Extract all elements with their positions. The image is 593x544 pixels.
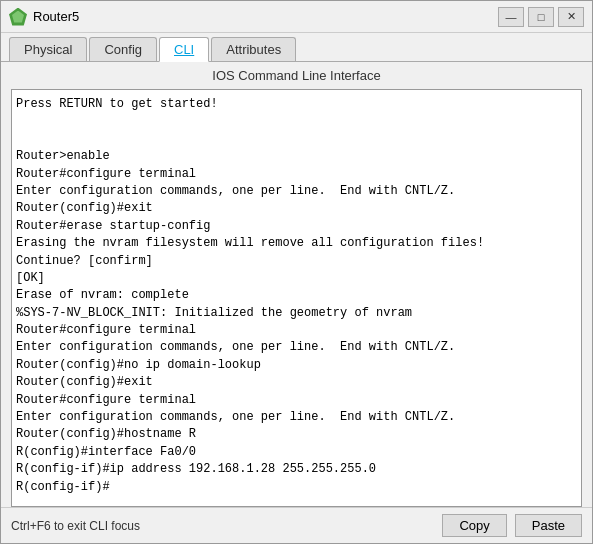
bottom-bar: Ctrl+F6 to exit CLI focus Copy Paste	[1, 507, 592, 543]
window: Router5 — □ ✕ Physical Config CLI Attrib…	[0, 0, 593, 544]
cli-container: Press RETURN to get started! Router>enab…	[11, 89, 582, 507]
copy-button[interactable]: Copy	[442, 514, 506, 537]
cli-focus-hint: Ctrl+F6 to exit CLI focus	[11, 519, 434, 533]
window-title: Router5	[33, 9, 498, 24]
cli-scroll-area[interactable]: Press RETURN to get started! Router>enab…	[12, 90, 581, 506]
tab-attributes[interactable]: Attributes	[211, 37, 296, 61]
section-title: IOS Command Line Interface	[1, 62, 592, 89]
title-bar-controls: — □ ✕	[498, 7, 584, 27]
tab-bar: Physical Config CLI Attributes	[1, 33, 592, 62]
close-button[interactable]: ✕	[558, 7, 584, 27]
router-icon	[9, 8, 27, 26]
cli-output: Press RETURN to get started! Router>enab…	[16, 96, 577, 496]
title-bar: Router5 — □ ✕	[1, 1, 592, 33]
tab-cli[interactable]: CLI	[159, 37, 209, 62]
paste-button[interactable]: Paste	[515, 514, 582, 537]
tab-config[interactable]: Config	[89, 37, 157, 61]
maximize-button[interactable]: □	[528, 7, 554, 27]
tab-physical[interactable]: Physical	[9, 37, 87, 61]
minimize-button[interactable]: —	[498, 7, 524, 27]
